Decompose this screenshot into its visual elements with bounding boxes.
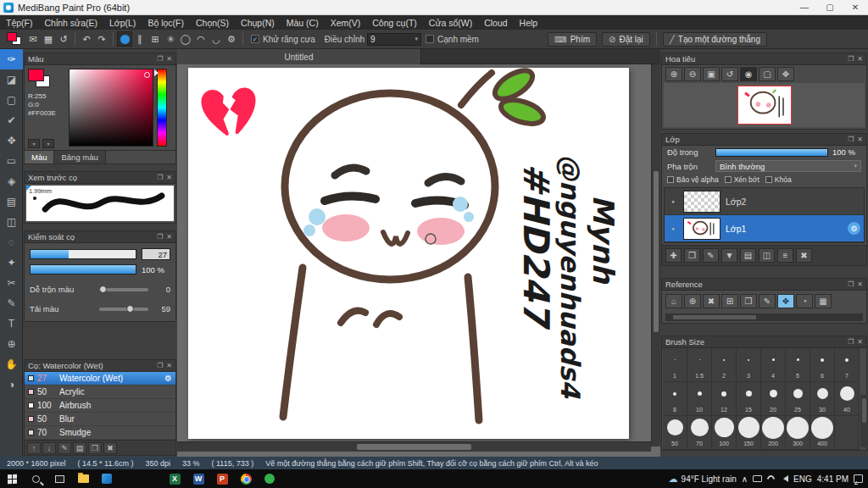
brush-duplicate-button[interactable]: ❐ [88,442,102,454]
snap-vanishing-icon[interactable]: ✳ [163,31,178,47]
menu-edit[interactable]: Chỉnh sửa(E) [39,18,103,28]
snap-circle-icon[interactable]: ◯ [178,31,193,47]
network-tray-icon[interactable] [767,475,775,483]
close-icon[interactable]: ✕ [857,338,863,346]
snap-ellipse-icon[interactable]: ◡ [209,31,224,47]
menu-cloud[interactable]: Cloud [478,18,513,28]
ref-pan-hand-button[interactable]: ✥ [777,294,794,308]
ref-duplicate-button[interactable]: ❐ [740,294,757,308]
brush-size-cell[interactable]: 12 [712,382,737,416]
layer-settings-icon[interactable]: ⚙ [848,222,860,235]
brush-size-cell[interactable]: 5 [786,348,810,382]
ref-zoom-in-button[interactable]: ⊕ [684,294,701,308]
blend-mode-dropdown[interactable]: Bình thường ▾ [715,160,861,172]
brush-opacity-slider[interactable] [30,264,136,274]
popout-icon[interactable]: ❐ [848,136,854,143]
language-indicator[interactable]: ENG [793,474,812,484]
ref-eyedropper-button[interactable]: ✎ [759,294,776,308]
ref-open-button[interactable]: ⌂ [665,294,682,308]
menu-color[interactable]: Màu (C) [281,18,325,28]
brush-size-cell[interactable]: 4 [761,348,786,382]
document-tab[interactable]: Untitled [177,49,421,64]
snap-curve-icon[interactable]: ◠ [193,31,209,47]
palette-mode-button[interactable]: ▾ [42,139,54,148]
file-explorer-button[interactable] [71,469,95,488]
brush-size-cell[interactable]: 50 [663,416,687,450]
layer-visible-icon[interactable]: ● [668,199,678,204]
tray-overflow-button[interactable]: ∧ [742,474,748,484]
popout-icon[interactable]: ❐ [848,55,854,63]
key-button[interactable]: ⌨ Phím [548,32,597,47]
pen-tool[interactable]: ✎ [0,293,23,313]
start-button[interactable] [0,469,24,488]
nav-zoom-in-button[interactable]: ⊕ [665,67,682,81]
nav-reset-rotate-button[interactable]: ↺ [721,67,738,81]
snap-settings-icon[interactable]: ⚙ [224,31,239,47]
brush-tool[interactable]: ✑ [0,49,23,69]
taskbar-search-button[interactable] [24,469,47,488]
ref-pixel-button[interactable]: ▦ [815,294,832,308]
nav-pan-button[interactable]: ✥ [777,67,794,81]
nav-frame-button[interactable]: ▢ [759,67,776,81]
soft-edge-checkbox[interactable]: Cạnh mềm [426,35,479,44]
close-icon[interactable]: ✕ [166,233,172,241]
adjust-dropdown[interactable]: 9 ▾ [367,33,421,46]
filter-tool[interactable]: ◑ [0,374,23,395]
brush-size-cell[interactable]: 1 [663,348,687,382]
brush-item-airbrush[interactable]: 100 Airbrush [25,399,175,413]
close-icon[interactable]: ✕ [166,55,172,63]
vscroll-thumb[interactable] [654,171,659,331]
hand-tool[interactable]: ✋ [0,354,23,374]
brush-size-scrollbar[interactable] [860,395,868,447]
brush-size-cell[interactable]: 150 [737,416,761,450]
layer-folder-button[interactable]: ▤ [740,248,756,263]
close-icon[interactable]: ✕ [166,362,172,369]
move-tool[interactable]: ✥ [0,130,23,151]
antialias-checkbox[interactable]: ✓ Khử răng cưa [251,35,315,44]
brush-size-cell[interactable]: 3 [737,348,761,382]
edit-layer-button[interactable]: ✎ [703,248,719,263]
brush-size-cell[interactable]: 10 [687,382,712,416]
weather-widget[interactable]: ☁ 94°F Light rain [669,474,737,485]
saturation-value-picker[interactable] [69,69,153,147]
transfer-layer-button[interactable]: ◫ [759,248,775,263]
nav-fit-button[interactable]: ▣ [703,67,720,81]
close-icon[interactable]: ✕ [857,280,863,288]
ref-grid-button[interactable]: ⊞ [721,294,738,308]
canvas-hscrollbar[interactable] [177,441,651,452]
tab-color[interactable]: Màu [25,151,54,164]
merge-down-button[interactable]: ▼ [721,248,737,263]
brush-delete-button[interactable]: ✖ [103,442,117,454]
menu-file[interactable]: Tệp(F) [0,18,39,28]
brush-size-cell[interactable]: 40 [835,382,860,416]
close-icon[interactable]: ✕ [166,174,172,181]
brush-size-cell[interactable]: 100 [712,416,737,450]
menu-view[interactable]: Xem(V) [325,18,367,28]
reference-scroll-thumb[interactable] [673,315,756,319]
menu-layer[interactable]: Lớp(L) [103,18,142,28]
task-view-button[interactable] [47,469,71,488]
brush-size-cell[interactable]: 7 [835,348,860,382]
scissors-tool[interactable]: ✂ [0,273,23,293]
excel-button[interactable]: X [163,469,186,488]
nav-actual-size-button[interactable]: ◉ [740,67,757,81]
magic-wand-tool[interactable]: ✦ [0,252,23,273]
brush-size-cell[interactable]: 200 [761,416,786,450]
canvas-vscrollbar[interactable] [651,64,660,446]
brush-size-cell[interactable]: 2 [712,348,737,382]
close-icon[interactable]: ✕ [857,136,863,143]
redo-button[interactable]: ↷ [94,31,109,47]
brush-item-blur[interactable]: 50 Blur [25,413,175,426]
delete-layer-button[interactable]: ✖ [796,248,812,263]
brush-item-acrylic[interactable]: 50 Acrylic [25,385,175,399]
brush-size-slider[interactable] [30,249,136,259]
zoom-tool[interactable]: ⊕ [0,334,23,354]
snap-parallel-icon[interactable]: ∥ [132,31,147,47]
marquee-tool[interactable]: ▢ [0,90,23,110]
brush-size-cell[interactable]: 300 [786,416,810,450]
layer-visible-icon[interactable]: ● [668,226,678,231]
snap-off-icon[interactable] [117,31,132,47]
brush-size-cell[interactable] [835,416,860,450]
clock[interactable]: 4:41 PM [817,474,849,484]
eraser-tool[interactable]: ◪ [0,69,23,90]
